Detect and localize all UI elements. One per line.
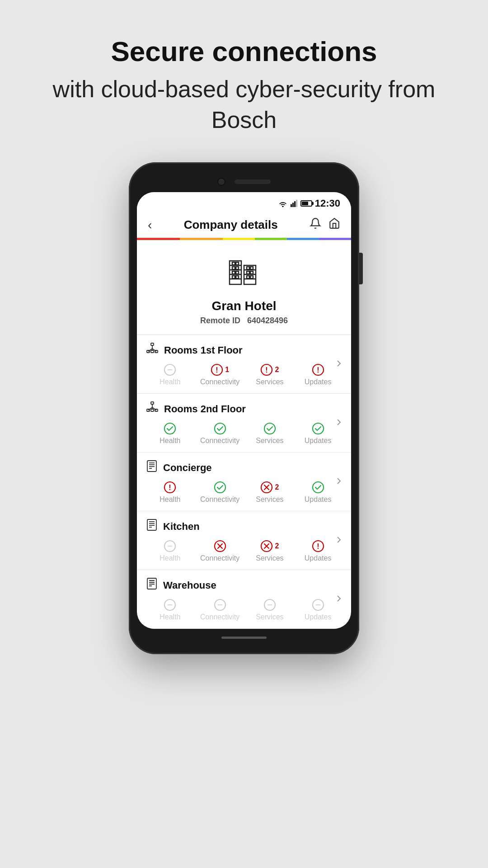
room-stats-1: HealthConnectivityServicesUpdates <box>146 422 342 448</box>
stat-label-2-2: Services <box>256 495 283 504</box>
svg-rect-24 <box>250 271 253 274</box>
room-name-4: Warehouse <box>163 580 216 591</box>
battery-icon <box>300 200 312 207</box>
chevron-right-icon-1 <box>335 417 343 429</box>
chevron-right-icon-0 <box>335 359 343 370</box>
back-button[interactable]: ‹ <box>148 218 152 232</box>
svg-point-53 <box>264 423 275 434</box>
status-icons: 12:30 <box>278 198 340 209</box>
room-item-4[interactable]: WarehouseHealthConnectivityServicesUpdat… <box>137 570 351 629</box>
svg-rect-25 <box>247 276 249 278</box>
room-stats-0: Health!1Connectivity!2Services!Updates <box>146 363 342 389</box>
stat-item-4-0: Health <box>152 599 188 621</box>
svg-rect-15 <box>232 276 235 278</box>
svg-rect-45 <box>151 409 154 411</box>
phone-bottom-bar <box>137 629 351 642</box>
stat-label-1-3: Updates <box>305 437 332 445</box>
stat-item-4-2: Services <box>252 599 288 621</box>
room-type-icon-1 <box>146 401 159 417</box>
svg-text:!: ! <box>317 542 319 550</box>
stat-item-2-2: 2Services <box>252 481 288 504</box>
stat-label-4-1: Connectivity <box>200 613 239 621</box>
stat-item-3-0: Health <box>152 540 188 562</box>
room-name-3: Kitchen <box>163 521 200 533</box>
stat-label-3-0: Health <box>160 554 180 562</box>
remote-id-label: Remote ID <box>200 316 240 325</box>
stat-item-2-3: Updates <box>300 481 336 504</box>
stat-item-1-1: Connectivity <box>200 422 239 445</box>
stat-icon-wrap-4-0 <box>164 599 176 611</box>
svg-rect-82 <box>147 578 156 589</box>
svg-rect-2 <box>294 202 296 208</box>
stat-icon-wrap-3-3: ! <box>312 540 324 552</box>
svg-point-51 <box>164 423 175 434</box>
stat-icon-wrap-3-0 <box>164 540 176 552</box>
room-type-icon-4 <box>146 577 158 593</box>
stat-icon-wrap-3-1 <box>214 540 226 552</box>
header-icons <box>310 217 340 232</box>
stat-item-2-0: !Health <box>152 481 188 504</box>
svg-rect-67 <box>147 519 156 530</box>
stat-item-0-1: !1Connectivity <box>200 363 239 386</box>
room-item-0[interactable]: Rooms 1st FloorHealth!1Connectivity!2Ser… <box>137 335 351 394</box>
room-type-icon-2 <box>146 460 158 476</box>
stat-count-2-2: 2 <box>275 483 279 491</box>
room-name-0: Rooms 1st Floor <box>164 344 243 356</box>
stat-label-0-0: Health <box>160 378 180 386</box>
stat-icon-wrap-4-3 <box>312 599 324 611</box>
room-header-3: Kitchen <box>146 519 342 534</box>
room-stats-2: !HealthConnectivity2ServicesUpdates <box>146 481 342 506</box>
remote-id-value: 640428496 <box>247 316 288 325</box>
room-item-1[interactable]: Rooms 2nd FloorHealthConnectivityService… <box>137 394 351 453</box>
room-header-0: Rooms 1st Floor <box>146 342 342 358</box>
stat-icon-wrap-1-3 <box>312 422 324 435</box>
room-stats-4: HealthConnectivityServicesUpdates <box>146 599 342 624</box>
svg-rect-21 <box>247 267 249 269</box>
stat-icon-wrap-4-1 <box>214 599 226 611</box>
stat-label-0-2: Services <box>256 378 283 386</box>
phone-top-bar <box>137 175 351 192</box>
stat-item-4-3: Updates <box>300 599 336 621</box>
stat-icon-wrap-1-1 <box>214 422 226 435</box>
notification-button[interactable] <box>310 217 321 232</box>
stat-item-3-1: Connectivity <box>200 540 239 562</box>
phone-speaker <box>235 179 271 184</box>
phone-shell: 12:30 ‹ Company details <box>129 162 359 654</box>
chevron-right-icon-3 <box>335 535 343 547</box>
status-bar: 12:30 <box>137 192 351 212</box>
stat-item-1-3: Updates <box>300 422 336 445</box>
stat-icon-wrap-2-1 <box>214 481 226 494</box>
stat-item-3-3: !Updates <box>300 540 336 562</box>
chevron-right-icon-2 <box>335 476 343 488</box>
svg-point-66 <box>313 482 324 493</box>
company-name: Gran Hotel <box>146 299 342 313</box>
building-icon <box>146 253 342 293</box>
room-header-2: Concierge <box>146 460 342 476</box>
stat-item-3-2: 2Services <box>252 540 288 562</box>
svg-text:!: ! <box>317 366 319 374</box>
room-header-1: Rooms 2nd Floor <box>146 401 342 417</box>
stat-label-1-1: Connectivity <box>200 437 239 445</box>
svg-point-52 <box>215 423 225 434</box>
svg-rect-12 <box>236 267 239 269</box>
headline-title: Secure connections <box>27 36 461 67</box>
svg-rect-26 <box>250 276 253 278</box>
stat-label-2-0: Health <box>160 495 180 504</box>
stat-item-0-2: !2Services <box>252 363 288 386</box>
home-button[interactable] <box>328 217 340 232</box>
room-stats-3: HealthConnectivity2Services!Updates <box>146 540 342 565</box>
room-type-icon-0 <box>146 342 159 358</box>
svg-text:!: ! <box>266 366 268 374</box>
status-time: 12:30 <box>315 198 340 209</box>
app-header: ‹ Company details <box>137 212 351 232</box>
stat-item-0-3: !Updates <box>300 363 336 386</box>
company-info: Gran Hotel Remote ID 640428496 <box>137 240 351 335</box>
stat-icon-wrap-2-3 <box>312 481 324 494</box>
stat-label-3-2: Services <box>256 554 283 562</box>
svg-rect-1 <box>292 203 294 208</box>
stat-item-1-2: Services <box>252 422 288 445</box>
svg-rect-29 <box>151 350 154 353</box>
room-item-3[interactable]: KitchenHealthConnectivity2Services!Updat… <box>137 511 351 570</box>
room-item-2[interactable]: Concierge!HealthConnectivity2ServicesUpd… <box>137 453 351 511</box>
stat-item-0-0: Health <box>152 363 188 386</box>
